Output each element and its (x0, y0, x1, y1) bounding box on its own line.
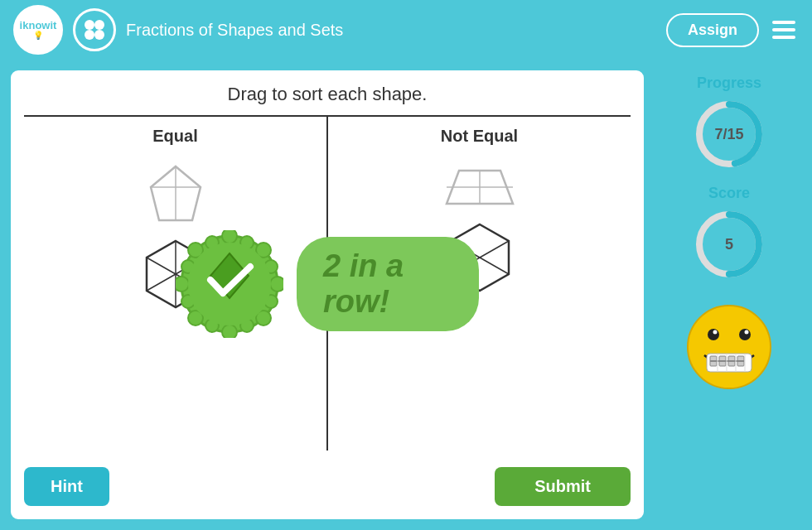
lesson-title: Fractions of Shapes and Sets (126, 21, 656, 40)
progress-section: Progress 7/15 (655, 75, 804, 171)
score-label: Score (708, 185, 750, 202)
not-equal-column[interactable]: Not Equal (328, 117, 631, 450)
progress-value: 7/15 (714, 126, 743, 143)
equal-column[interactable]: Equal (24, 117, 328, 450)
svg-point-44 (745, 330, 749, 335)
menu-button[interactable] (769, 17, 799, 42)
svg-point-43 (713, 330, 718, 335)
main-content: Drag to sort each shape. Equal (0, 60, 812, 530)
assign-button[interactable]: Assign (666, 13, 759, 47)
equal-shape-1[interactable] (143, 162, 209, 229)
logo: iknowit 💡 (13, 5, 63, 55)
svg-point-3 (94, 30, 104, 40)
menu-line-1 (772, 21, 795, 24)
svg-point-1 (94, 20, 104, 30)
svg-point-0 (85, 20, 94, 30)
score-section: Score 5 (655, 185, 804, 282)
activity-area: Drag to sort each shape. Equal (8, 68, 646, 522)
submit-button[interactable]: Submit (495, 467, 631, 506)
svg-point-42 (739, 329, 751, 340)
equal-shape-2[interactable] (138, 237, 213, 311)
svg-point-2 (85, 30, 94, 40)
logo-bulb-icon: 💡 (33, 31, 43, 40)
progress-label: Progress (697, 75, 761, 92)
instruction-text: Drag to sort each shape. (24, 84, 631, 105)
equal-shapes (24, 162, 326, 311)
svg-point-40 (688, 306, 771, 388)
equal-header: Equal (152, 127, 197, 146)
sort-table: Equal (24, 115, 631, 450)
sidebar: Progress 7/15 Score 5 (655, 68, 804, 522)
not-equal-shapes (328, 162, 631, 295)
score-circle: 5 (692, 207, 766, 282)
hint-button[interactable]: Hint (24, 467, 109, 506)
header: iknowit 💡 Fractions of Shapes and Sets A… (0, 0, 812, 60)
logo-text: iknowit (20, 20, 57, 31)
progress-circle: 7/15 (692, 97, 766, 171)
bottom-bar: Hint Submit (24, 460, 631, 506)
score-value: 5 (725, 236, 733, 253)
lesson-icon (73, 8, 116, 51)
menu-line-3 (772, 36, 795, 39)
svg-point-41 (708, 329, 719, 340)
not-equal-header: Not Equal (441, 127, 518, 146)
not-equal-shape-1[interactable] (442, 162, 517, 212)
menu-line-2 (772, 28, 795, 31)
not-equal-shape-2[interactable] (442, 220, 517, 295)
smiley-face (684, 301, 775, 393)
